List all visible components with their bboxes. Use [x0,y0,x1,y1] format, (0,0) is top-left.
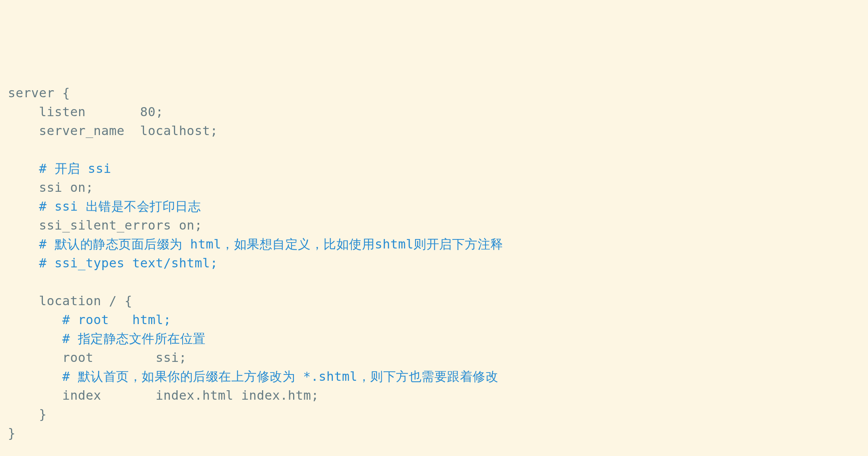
code-text [8,237,39,252]
code-line: } [8,424,860,443]
code-line: # root html; [8,310,860,329]
code-comment: # 指定静态文件所在位置 [62,331,206,346]
code-text: server_name localhost; [8,123,218,138]
code-line [8,140,860,159]
code-line: ssi_silent_errors on; [8,216,860,235]
code-line: ssi on; [8,178,860,197]
code-text: ssi_silent_errors on; [8,218,202,233]
code-line: index index.html index.htm; [8,386,860,405]
code-comment: # ssi 出错是不会打印日志 [39,199,201,214]
code-text [8,312,62,327]
code-line: # 指定静态文件所在位置 [8,329,860,348]
code-line: # 默认的静态页面后缀为 html，如果想自定义，比如使用shtml则开启下方注… [8,235,860,254]
code-line: } [8,405,860,424]
code-text: root ssi; [8,350,187,365]
code-line: server_name localhost; [8,121,860,140]
code-line: # 默认首页，如果你的后缀在上方修改为 *.shtml，则下方也需要跟着修改 [8,367,860,386]
code-text: } [8,426,16,441]
code-text: server { [8,85,70,100]
code-text: } [8,407,47,422]
code-comment: # 默认首页，如果你的后缀在上方修改为 *.shtml，则下方也需要跟着修改 [62,369,498,384]
code-line: location / { [8,291,860,310]
code-line: # ssi_types text/shtml; [8,254,860,272]
code-text: ssi on; [8,180,93,195]
code-text [8,199,39,214]
code-line: listen 80; [8,102,860,121]
nginx-config-code-block: server { listen 80; server_name localhos… [8,83,860,443]
code-line [8,272,860,291]
code-comment: # root html; [62,312,171,327]
code-line: server { [8,83,860,102]
code-line: # 开启 ssi [8,159,860,178]
code-comment: # 开启 ssi [39,161,111,176]
code-text: index index.html index.htm; [8,388,319,403]
code-line: # ssi 出错是不会打印日志 [8,197,860,216]
code-text [8,331,62,346]
code-text [8,256,39,271]
code-text [8,161,39,176]
code-comment: # 默认的静态页面后缀为 html，如果想自定义，比如使用shtml则开启下方注… [39,237,503,252]
code-text: listen 80; [8,104,163,119]
code-line: root ssi; [8,348,860,367]
code-comment: # ssi_types text/shtml; [39,256,218,271]
code-text [8,369,62,384]
code-text: location / { [8,293,132,308]
